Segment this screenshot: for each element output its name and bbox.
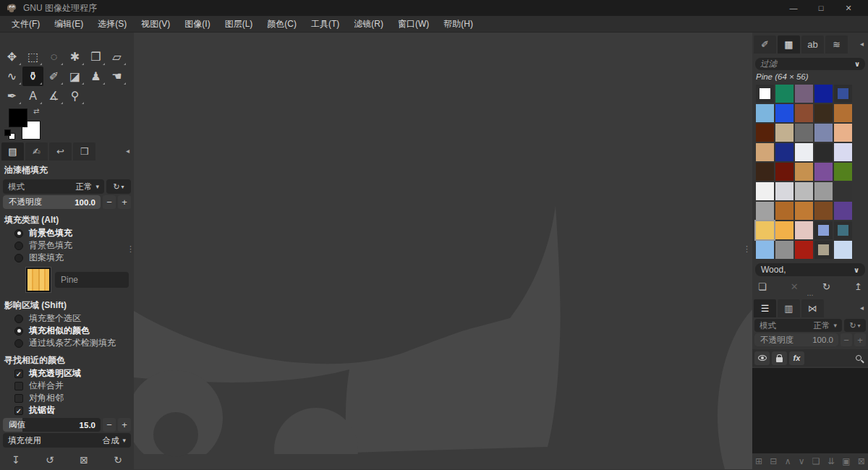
dock-tab-channels[interactable]: ▥ [778,299,800,317]
threshold-decrease-button[interactable]: − [103,418,116,432]
pattern-cell[interactable] [775,202,793,220]
measure-tool[interactable]: ∡ [43,86,64,106]
pattern-cell[interactable] [834,85,852,103]
text-tool[interactable]: A [22,86,43,106]
raise-layer-button[interactable]: ∧ [785,456,791,466]
menu-图层(L)[interactable]: 图层(L) [218,16,260,32]
pattern-cell[interactable] [775,182,793,200]
menu-帮助(H)[interactable]: 帮助(H) [436,16,480,32]
pattern-cell[interactable] [814,182,833,200]
layers-list[interactable] [752,368,868,453]
pattern-cell[interactable] [834,221,852,239]
delete-tool-options-button[interactable]: ⊠ [80,454,88,466]
menu-文件(F)[interactable]: 文件(F) [4,16,47,32]
pattern-cell[interactable] [795,143,813,161]
fill-by-dropdown[interactable]: 填充使用 合成 ▾ [3,433,131,448]
save-tool-options-button[interactable]: ↧ [12,454,20,466]
delete-pattern-button[interactable]: ✕ [791,281,799,292]
dock-tab-images[interactable]: ❒ [73,142,95,161]
dock-resize-handle[interactable]: ⋮ [127,244,135,254]
clone-tool[interactable]: ♟ [85,67,106,86]
foreground-color-swatch[interactable] [9,108,27,127]
pattern-preview-swatch[interactable] [26,268,51,292]
pattern-cell[interactable] [756,202,774,220]
pattern-cell[interactable] [775,85,793,103]
zoom-tool[interactable]: ⚲ [64,86,85,106]
dock-tab-gradients[interactable]: ≋ [825,35,848,54]
maximize-button[interactable]: □ [807,4,835,13]
layer-mode-dropdown[interactable]: 模式 正常 ▾ [754,319,842,332]
affected-area-option[interactable]: 填充相似的颜色 [14,325,134,337]
pattern-cell[interactable] [814,202,833,220]
layer-search-button[interactable] [856,355,866,361]
fill-type-option[interactable]: 图案填充 [14,252,134,264]
pattern-cell[interactable] [834,143,852,161]
pattern-cell[interactable] [775,163,793,181]
pattern-cell[interactable] [834,182,852,200]
close-button[interactable]: ✕ [835,4,862,13]
pattern-cell[interactable] [756,85,774,103]
dock-tab-fonts[interactable]: ab [801,35,824,54]
affected-area-option[interactable]: 填充整个选区 [14,312,134,325]
menu-颜色(C)[interactable]: 颜色(C) [260,16,304,32]
warp-transform-tool[interactable]: ∿ [1,67,22,86]
pattern-cell[interactable] [756,104,774,122]
paths-tool[interactable]: ✒ [1,86,22,106]
lower-layer-button[interactable]: ∨ [799,456,805,466]
dock-tab-patterns[interactable]: ▦ [778,35,800,54]
reset-tool-options-button[interactable]: ↻ [114,454,122,466]
similar-colors-option[interactable]: ✓填充透明区域 [14,367,134,380]
pattern-cell[interactable] [814,221,833,239]
pattern-cell-selected[interactable] [756,221,774,239]
pattern-cell[interactable] [834,163,852,181]
pattern-cell[interactable] [775,241,793,259]
pattern-filter-field[interactable]: 过滤 ∨ [755,58,865,70]
delete-layer-button[interactable]: ⊠ [858,456,865,466]
mode-reset-button[interactable]: ↻▾ [106,179,131,194]
dock-collapse-icon[interactable]: ◂ [126,147,129,155]
pattern-cell[interactable] [756,241,774,259]
pattern-cell[interactable] [814,143,833,161]
pattern-cell[interactable] [795,124,813,142]
free-select-tool[interactable]: ◌ [43,47,64,67]
menu-窗口(W)[interactable]: 窗口(W) [391,16,436,32]
pattern-cell[interactable] [834,202,852,220]
pattern-tag-field[interactable]: Wood, ∨ [755,263,865,276]
threshold-slider[interactable]: 阈值 15.0 [3,418,101,432]
layer-opacity-increase-button[interactable]: + [854,333,866,346]
menu-编辑(E)[interactable]: 编辑(E) [47,16,90,32]
pattern-cell[interactable] [814,241,833,259]
opacity-decrease-button[interactable]: − [103,195,116,209]
new-layer-group-button[interactable]: ⊟ [770,456,777,466]
pattern-cell[interactable] [834,241,852,259]
similar-colors-option[interactable]: ✓抗锯齿 [14,404,134,416]
menu-工具(T)[interactable]: 工具(T) [304,16,346,32]
menu-滤镜(R)[interactable]: 滤镜(R) [346,16,391,32]
fuzzy-select-tool[interactable]: ✱ [64,47,85,67]
pattern-cell[interactable] [834,124,852,142]
swap-colors-icon[interactable]: ⇄ [33,107,39,115]
move-tool[interactable]: ✥ [1,47,22,67]
smudge-tool[interactable]: ☚ [106,67,127,86]
minimize-button[interactable]: — [780,4,807,13]
effects-toggle[interactable]: fx [789,351,804,365]
pattern-cell[interactable] [775,221,793,239]
pattern-cell[interactable] [814,124,833,142]
new-layer-button[interactable]: ⊞ [755,456,762,466]
pattern-cell[interactable] [834,104,852,122]
pattern-cell[interactable] [756,124,774,142]
merge-down-button[interactable]: ⇊ [827,456,835,466]
opacity-increase-button[interactable]: + [118,195,131,209]
dock-tab-layers[interactable]: ☰ [754,299,776,317]
pattern-cell[interactable] [775,124,793,142]
pattern-cell[interactable] [775,104,793,122]
fill-type-option[interactable]: 前景色填充 [14,227,134,239]
dock-tab-paths[interactable]: ⋈ [801,299,824,317]
opacity-slider[interactable]: 不透明度 100.0 [3,195,101,209]
threshold-increase-button[interactable]: + [118,418,131,432]
pattern-cell[interactable] [795,202,813,220]
refresh-patterns-button[interactable]: ↻ [822,281,830,292]
dock-tab-undo-history[interactable]: ↩ [49,142,72,161]
crop-tool[interactable]: ❒ [85,47,106,67]
menu-选择(S)[interactable]: 选择(S) [90,16,134,32]
